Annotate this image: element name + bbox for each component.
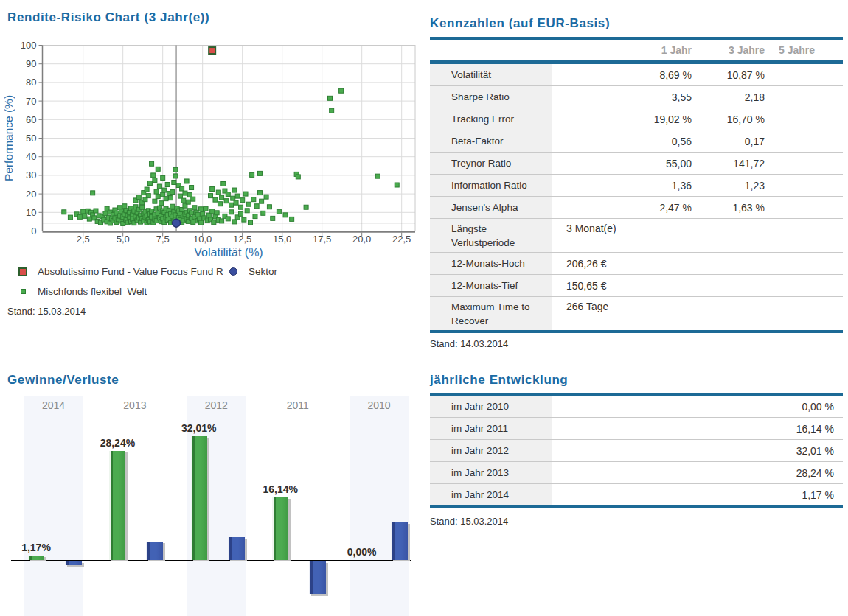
scatter-point: [216, 190, 220, 195]
fund-bar: [191, 436, 207, 560]
table-row: Beta-Faktor0,560,17: [430, 130, 843, 152]
year-row-value: 28,24 %: [552, 467, 843, 479]
scatter-point: [246, 202, 251, 206]
scatter-point: [81, 209, 86, 214]
scatter-point: [328, 96, 333, 100]
scatter-point: [62, 210, 66, 214]
scatter-point: [330, 108, 334, 113]
scatter-point: [254, 204, 259, 209]
metric-label: Information Ratio: [430, 175, 552, 196]
scatter-point: [232, 188, 237, 192]
axis-tick-label: 22,5: [392, 234, 411, 245]
year-row-label: im Jahr 2012: [430, 440, 552, 461]
year-row-value: 0,00 %: [552, 401, 843, 413]
scatter-point: [184, 179, 189, 183]
scatter-point: [209, 194, 213, 198]
fund-legend-label: Absolutissimo Fund - Value Focus Fund R: [38, 266, 223, 277]
scatter-point: [190, 186, 194, 190]
scatter-point: [94, 209, 98, 213]
metric-value-3y: 141,72: [692, 158, 765, 169]
scatter-point: [267, 205, 271, 209]
bar-value-label: 28,24%: [84, 437, 150, 449]
metric-label: Sharpe Ratio: [430, 86, 552, 108]
table-rule-bottom: [430, 330, 843, 333]
scatter-point: [204, 206, 208, 211]
scatter-point: [122, 204, 127, 209]
scatter-point: [186, 200, 190, 204]
scatter-point: [264, 195, 268, 199]
table-row: Jensen's Alpha2,47 %1,63 %: [430, 196, 843, 218]
scatter-point: [213, 197, 218, 202]
year-row-label: im Jahr 2013: [430, 462, 552, 483]
scatter-point: [212, 220, 216, 225]
scatter-point: [157, 184, 161, 189]
table-row: im Jahr 20141,17 %: [430, 483, 843, 505]
risk-return-chart-title: Rendite-Risiko Chart (3 Jahr(e)): [7, 10, 209, 25]
metric-value-3y: 1,63 %: [692, 202, 765, 214]
scatter-as-of-date: Stand: 15.03.2014: [7, 306, 86, 317]
scatter-legend-row-2: Mischfonds flexibel Welt: [18, 286, 147, 297]
scatter-point: [146, 194, 150, 198]
fund-bar: [272, 497, 288, 560]
axis-tick-label: 10: [26, 207, 36, 218]
axis-tick-label: 12,5: [233, 234, 251, 245]
metric-value-1y: 55,00: [552, 158, 692, 169]
metric-value-3y: 1,23: [692, 180, 765, 192]
scatter-point: [239, 205, 243, 209]
yearly-development-table: im Jahr 20100,00 %im Jahr 201116,14 %im …: [430, 393, 843, 508]
column-header-3-jahre: 3 Jahre: [692, 44, 765, 56]
table-row: Tracking Error19,02 %16,70 %: [430, 108, 843, 130]
scatter-point: [68, 215, 72, 220]
scatter-point: [218, 202, 222, 206]
scatter-point: [257, 171, 262, 175]
scatter-point: [165, 183, 170, 187]
table-row: im Jahr 201116,14 %: [430, 417, 843, 439]
scatter-point: [395, 183, 399, 187]
scatter-point: [145, 187, 149, 192]
scatter-point: [339, 88, 344, 93]
benchmark-bar: [309, 561, 326, 594]
yearly-development-title: jährliche Entwicklung: [430, 373, 568, 388]
metric-value: 206,26 €: [552, 258, 843, 270]
year-stripe: [350, 396, 409, 616]
scatter-point: [245, 209, 249, 213]
table-rule-bottom: [430, 505, 843, 508]
year-row-label: im Jahr 2011: [430, 418, 552, 439]
scatter-point: [169, 196, 173, 200]
axis-tick-label: 90: [26, 58, 36, 69]
metric-value-1y: 8,69 %: [552, 69, 692, 81]
metric-value: 266 Tage: [552, 297, 843, 314]
axis-tick-label: 30: [26, 169, 36, 181]
column-header-1-jahr: 1 Jahr: [552, 44, 692, 56]
benchmark-bar: [146, 542, 163, 560]
scatter-point: [220, 219, 224, 223]
scatter-point: [162, 188, 167, 192]
scatter-point: [375, 174, 380, 178]
scatter-legend-row-1: Absolutissimo Fund - Value Focus Fund R: [18, 266, 223, 277]
scatter-point: [199, 207, 204, 211]
scatter-point: [91, 191, 95, 195]
year-label: 2012: [187, 399, 246, 411]
scatter-point: [250, 172, 254, 177]
scatter-point: [154, 189, 159, 194]
scatter-point: [229, 210, 234, 214]
scatter-point: [147, 181, 152, 185]
scatter-point: [226, 217, 230, 221]
year-row-value: 32,01 %: [552, 445, 843, 457]
key-figures-as-of-date: Stand: 14.03.2014: [430, 338, 508, 349]
scatter-point: [183, 191, 187, 195]
scatter-point: [242, 217, 246, 222]
scatter-point: [195, 212, 200, 217]
axis-tick-label: 5,0: [117, 234, 130, 245]
metric-value: 150,65 €: [552, 280, 843, 292]
table-row: Treynor Ratio55,00141,72: [430, 152, 843, 174]
scatter-point: [283, 213, 288, 217]
scatter-point: [251, 197, 256, 202]
scatter-point: [151, 173, 156, 178]
y-axis-label: Performance (%): [2, 95, 15, 181]
axis-tick-label: 10,0: [193, 234, 212, 245]
year-row-value: 1,17 %: [552, 489, 843, 501]
benchmark-bar: [65, 561, 82, 565]
axis-tick-label: 2,5: [77, 234, 90, 245]
scatter-point: [178, 194, 182, 198]
